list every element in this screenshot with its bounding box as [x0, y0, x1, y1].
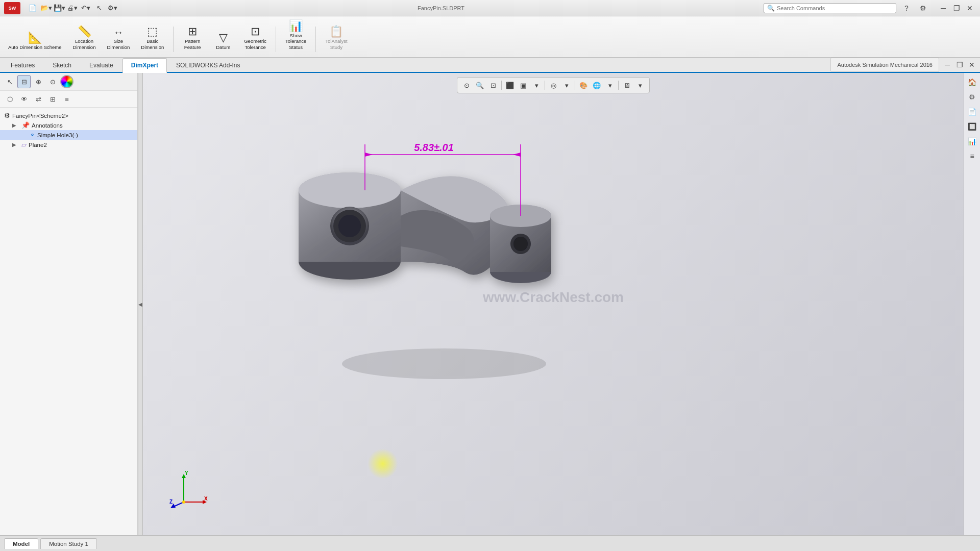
bottom-tab-bar: Model Motion Study 1	[0, 535, 980, 551]
window-controls: ─ ❐ ✕	[937, 2, 976, 14]
size-dimension-button[interactable]: ↔ SizeDimension	[103, 25, 134, 52]
plane-arrow: ▶	[12, 142, 19, 147]
view-hide-button[interactable]: ◎	[547, 79, 559, 91]
options-button[interactable]: ⚙	[917, 2, 929, 14]
tab-features[interactable]: Features	[2, 58, 43, 72]
tree-annotations[interactable]: ▶ 📌 Annotations	[0, 120, 137, 130]
view-display-button[interactable]: ⊡	[487, 79, 499, 91]
view-drop-3[interactable]: ▾	[604, 79, 616, 91]
rsb-doc-button[interactable]: 📄	[965, 105, 979, 119]
tab-bar-right: Autodesk Simulation Mechanical 2016 ─ ❐ …	[830, 58, 978, 72]
panel-toolbar-2: ⬡ 👁 ⇄ ⊞ ≡	[0, 91, 137, 108]
panel-close-button[interactable]: ✕	[966, 59, 978, 71]
new-button[interactable]: 📄	[27, 2, 39, 14]
view-drop-2[interactable]: ▾	[560, 79, 573, 91]
close-button[interactable]: ✕	[964, 2, 976, 14]
panel-tool-arrow[interactable]: ⇄	[32, 92, 45, 106]
tab-model[interactable]: Model	[4, 538, 38, 549]
tolanalyst-study-button[interactable]: 📋 TolAnalystStudy	[321, 24, 351, 52]
save-dropdown[interactable]: 💾▾	[53, 2, 65, 14]
show-tol-icon: 📊	[289, 20, 303, 32]
view-screen-button[interactable]: 🖥	[621, 79, 633, 91]
options-dropdown[interactable]: ⚙▾	[106, 2, 118, 14]
location-dimension-button[interactable]: 📏 LocationDimension	[69, 24, 100, 52]
title-bar: SW 📄 📂▾ 💾▾ 🖨▾ ↶▾ ↖ ⚙▾ FancyPin.SLDPRT 🔍 …	[0, 0, 980, 16]
panel-tool-snap[interactable]: ⊙	[46, 75, 59, 88]
rsb-list-button[interactable]: ≡	[965, 149, 979, 163]
view-front-button[interactable]: ▣	[517, 79, 529, 91]
hole-label: Simple Hole3(-)	[37, 132, 78, 138]
svg-marker-27	[170, 504, 176, 508]
tab-solidworks-addins[interactable]: SOLIDWORKS Add-Ins	[167, 58, 249, 72]
view-drop-1[interactable]: ▾	[530, 79, 543, 91]
view-scene-button[interactable]: 🌐	[591, 79, 603, 91]
geometric-tolerance-button[interactable]: ⊡ GeometricTolerance	[240, 24, 271, 52]
part-name: FancyPin<Scheme2>	[12, 113, 68, 119]
panel-tool-plus[interactable]: ⊞	[46, 92, 59, 106]
panel-tool-dimxpert[interactable]: ⬡	[3, 92, 16, 106]
help-button[interactable]: ?	[900, 2, 913, 14]
tab-motion-study[interactable]: Motion Study 1	[40, 538, 97, 549]
left-panel: ↖ ⊟ ⊕ ⊙ ⬡ 👁 ⇄ ⊞ ≡ ⚙ FancyPin<Scheme2> ▶ …	[0, 73, 138, 535]
part-icon: ⚙	[4, 112, 10, 119]
panel-tool-3[interactable]: ⊕	[32, 75, 45, 88]
svg-point-0	[342, 348, 546, 379]
ribbon-sep-2	[276, 27, 276, 52]
view-orient-button[interactable]: ⊙	[460, 79, 473, 91]
show-tolerance-status-button[interactable]: 📊 ShowToleranceStatus	[281, 18, 310, 52]
main-area: ↖ ⊟ ⊕ ⊙ ⬡ 👁 ⇄ ⊞ ≡ ⚙ FancyPin<Scheme2> ▶ …	[0, 73, 980, 535]
tree-plane2[interactable]: ▶ ▱ Plane2	[0, 140, 137, 149]
app-logo: SW	[4, 2, 20, 14]
tree-simple-hole[interactable]: ⚬ Simple Hole3(-)	[0, 130, 137, 140]
open-dropdown[interactable]: 📂▾	[40, 2, 52, 14]
rsb-chart-button[interactable]: 📊	[965, 134, 979, 148]
panel-minimize-button[interactable]: ─	[941, 59, 953, 71]
view-appear-button[interactable]: 🎨	[577, 79, 590, 91]
rsb-view-button[interactable]: 🔲	[965, 119, 979, 134]
expand-arrow: ▶	[12, 122, 19, 128]
view-drop-4[interactable]: ▾	[634, 79, 646, 91]
datum-icon: ▽	[219, 32, 228, 43]
basic-dimension-button[interactable]: ⬚ BasicDimension	[137, 24, 168, 52]
panel-tool-2[interactable]: ⊟	[17, 75, 31, 88]
print-dropdown[interactable]: 🖨▾	[66, 2, 79, 14]
pattern-feature-button[interactable]: ⊞ PatternFeature	[179, 24, 206, 52]
ribbon-sep-1	[173, 27, 174, 52]
panel-tool-list[interactable]: ≡	[60, 92, 74, 106]
location-dim-icon: 📏	[78, 26, 91, 37]
rsb-home-button[interactable]: 🏠	[965, 75, 979, 89]
svg-point-13	[513, 237, 528, 251]
view-toolbar: ⊙ 🔍 ⊡ ⬛ ▣ ▾ ◎ ▾ 🎨 🌐 ▾ 🖥 ▾	[457, 77, 650, 93]
size-dim-icon: ↔	[113, 27, 124, 37]
tab-sketch[interactable]: Sketch	[44, 58, 80, 72]
tab-evaluate[interactable]: Evaluate	[81, 58, 122, 72]
restore-button[interactable]: ❐	[950, 2, 963, 14]
search-bar[interactable]: 🔍	[764, 3, 896, 13]
tab-bar: Features Sketch Evaluate DimXpert SOLIDW…	[0, 58, 980, 73]
tab-dimxpert[interactable]: DimXpert	[122, 58, 167, 73]
undo-dropdown[interactable]: ↶▾	[80, 2, 92, 14]
view-sep-2	[545, 81, 545, 90]
view-section-button[interactable]: 🔍	[474, 79, 486, 91]
panel-tool-1[interactable]: ↖	[3, 75, 16, 88]
panel-tool-color[interactable]	[60, 75, 74, 88]
rsb-settings-button[interactable]: ⚙	[965, 90, 979, 104]
tree-root[interactable]: ⚙ FancyPin<Scheme2>	[0, 111, 137, 120]
panel-tool-show[interactable]: 👁	[17, 92, 31, 106]
panel-collapse-handle[interactable]: ◀	[138, 73, 143, 535]
select-tool[interactable]: ↖	[93, 2, 105, 14]
search-input[interactable]	[777, 5, 879, 11]
svg-marker-17	[365, 153, 373, 157]
minimize-button[interactable]: ─	[937, 2, 949, 14]
auto-dimension-scheme-button[interactable]: 📐 Auto Dimension Scheme	[4, 30, 66, 52]
window-title: FancyPin.SLDPRT	[122, 5, 760, 11]
viewport[interactable]: ⊙ 🔍 ⊡ ⬛ ▣ ▾ ◎ ▾ 🎨 🌐 ▾ 🖥 ▾ www.CrackNest.…	[143, 73, 964, 535]
panel-restore-button[interactable]: ❐	[953, 59, 966, 71]
svg-text:5.83±.01: 5.83±.01	[414, 142, 454, 153]
view-3d-button[interactable]: ⬛	[504, 79, 516, 91]
datum-button[interactable]: ▽ Datum	[209, 30, 237, 52]
annotations-icon: 📌	[21, 121, 30, 129]
svg-line-26	[173, 502, 184, 507]
svg-point-8	[299, 172, 401, 208]
collapse-icon: ◀	[138, 302, 142, 307]
